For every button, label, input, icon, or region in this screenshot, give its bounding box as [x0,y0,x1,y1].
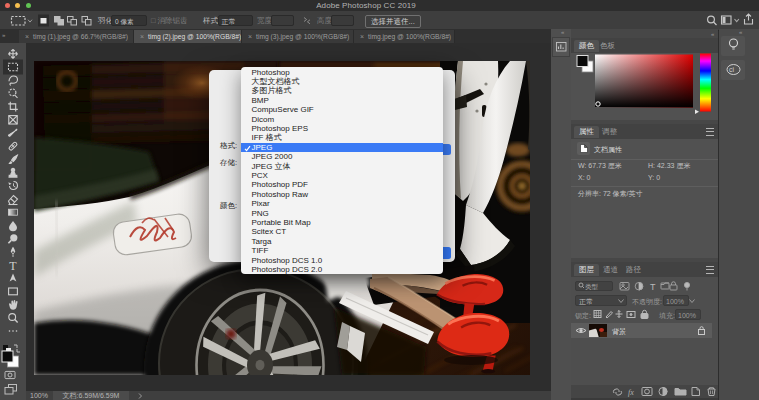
svg-text:ci: ci [729,66,735,73]
svg-text:fx: fx [628,388,634,397]
svg-text:T: T [9,259,17,273]
svg-text:T: T [650,282,656,292]
